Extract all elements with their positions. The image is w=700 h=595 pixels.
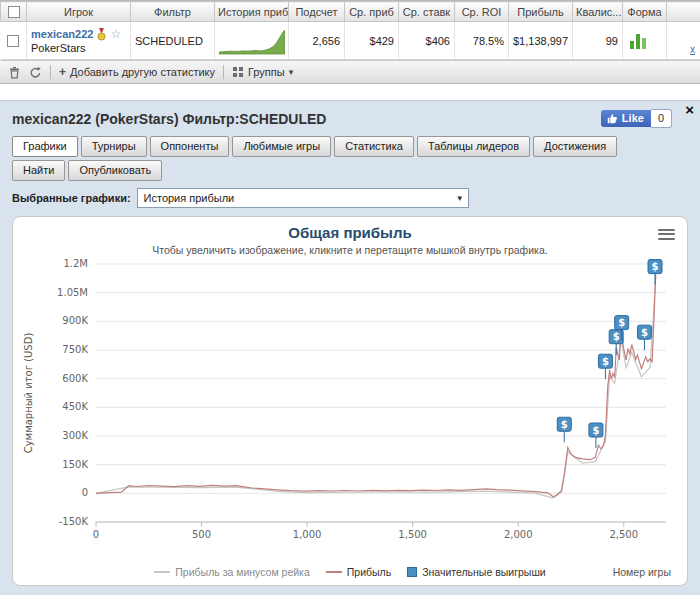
add-statistic-label: Добавить другую статистику bbox=[70, 66, 215, 78]
col-header-avg-stake[interactable]: Ср. ставк bbox=[399, 2, 455, 22]
sparkline-chart bbox=[219, 27, 285, 55]
tab-bar: Графики Турниры Оппоненты Любимые игры С… bbox=[12, 136, 652, 181]
spacer-cell: х bbox=[667, 22, 700, 60]
profit-chart: Общая прибыль Чтобы увеличить изображени… bbox=[12, 216, 688, 586]
facebook-like[interactable]: Like 0 bbox=[601, 109, 672, 128]
svg-text:1,000: 1,000 bbox=[293, 529, 322, 540]
trash-button[interactable] bbox=[8, 66, 21, 79]
tab-graphs[interactable]: Графики bbox=[12, 136, 78, 157]
thumb-up-icon bbox=[607, 113, 618, 124]
form-bars-icon bbox=[627, 31, 649, 51]
table-row: mexican222 ☆ PokerStars SCHEDULED bbox=[1, 22, 700, 60]
legend-item-profit[interactable]: Прибыль bbox=[326, 566, 391, 578]
col-header-count[interactable]: Подсчет bbox=[289, 2, 345, 22]
qualifies-cell: 99 bbox=[573, 22, 623, 60]
remove-row-link[interactable]: х bbox=[690, 44, 695, 55]
col-header-player[interactable]: Игрок bbox=[27, 2, 131, 22]
svg-text:$: $ bbox=[592, 425, 599, 436]
close-icon[interactable]: × bbox=[685, 103, 694, 117]
chart-menu-icon[interactable] bbox=[658, 226, 675, 242]
select-arrow-icon: ▼ bbox=[452, 194, 468, 203]
svg-text:150K: 150K bbox=[62, 459, 88, 470]
legend-swatch-profit bbox=[326, 571, 342, 573]
refresh-icon bbox=[29, 66, 42, 79]
col-header-avg-profit[interactable]: Ср. приб bbox=[345, 2, 399, 22]
svg-text:2,500: 2,500 bbox=[609, 529, 638, 540]
svg-text:$: $ bbox=[613, 331, 620, 342]
filter-cell: SCHEDULED bbox=[131, 22, 215, 60]
selected-graphs-label: Выбранные графики: bbox=[12, 192, 131, 204]
chart-subtitle: Чтобы увеличить изображение, кликните и … bbox=[13, 244, 687, 256]
svg-text:900K: 900K bbox=[62, 315, 88, 326]
chart-title: Общая прибыль bbox=[13, 224, 687, 241]
page-title: mexican222 (PokerStars) Фильтр:SCHEDULED bbox=[12, 109, 326, 127]
svg-text:750K: 750K bbox=[62, 344, 88, 355]
player-cell: mexican222 ☆ PokerStars bbox=[27, 22, 131, 60]
table-header-row: Игрок Фильтр История приб... Подсчет Ср.… bbox=[1, 2, 700, 22]
like-label: Like bbox=[622, 112, 644, 124]
toolbar-separator bbox=[223, 65, 224, 79]
add-statistic-button[interactable]: + Добавить другую статистику bbox=[59, 66, 215, 78]
tab-achievements[interactable]: Достижения bbox=[533, 136, 617, 157]
col-header-spacer bbox=[667, 2, 700, 22]
legend-swatch-rake bbox=[154, 571, 170, 573]
table-toolbar: + Добавить другую статистику Группы ▾ bbox=[0, 60, 700, 84]
count-cell: 2,656 bbox=[289, 22, 345, 60]
svg-text:600K: 600K bbox=[62, 373, 88, 384]
tab-favorite-games[interactable]: Любимые игры bbox=[232, 136, 331, 157]
player-panel: × mexican222 (PokerStars) Фильтр:SCHEDUL… bbox=[0, 100, 700, 595]
svg-text:0: 0 bbox=[82, 487, 88, 498]
tab-statistics[interactable]: Статистика bbox=[334, 136, 414, 157]
legend-swatch-big-wins bbox=[407, 567, 417, 577]
tab-opponents[interactable]: Оппоненты bbox=[150, 136, 230, 157]
site-name: PokerStars bbox=[31, 42, 126, 54]
tab-tournaments[interactable]: Турниры bbox=[81, 136, 147, 157]
chevron-down-icon: ▾ bbox=[289, 67, 294, 77]
svg-text:1.05M: 1.05M bbox=[57, 287, 88, 298]
svg-text:1.2M: 1.2M bbox=[63, 258, 88, 269]
svg-text:Суммарный итог (USD): Суммарный итог (USD) bbox=[23, 333, 34, 454]
svg-text:$: $ bbox=[641, 327, 648, 338]
tab-publish[interactable]: Опубликовать bbox=[68, 160, 162, 181]
legend-item-big-wins[interactable]: Значительные выигрыши bbox=[407, 566, 545, 578]
player-link[interactable]: mexican222 bbox=[31, 28, 93, 40]
toolbar-separator bbox=[50, 65, 51, 79]
svg-text:$: $ bbox=[652, 261, 659, 272]
like-count: 0 bbox=[651, 109, 672, 128]
groups-label: Группы bbox=[248, 66, 285, 78]
avg-profit-cell: $429 bbox=[345, 22, 399, 60]
form-cell bbox=[623, 22, 667, 60]
x-axis-title: Номер игры bbox=[613, 566, 671, 578]
avg-roi-cell: 78.5% bbox=[455, 22, 509, 60]
col-header-form[interactable]: Форма bbox=[623, 2, 667, 22]
svg-text:300K: 300K bbox=[62, 430, 88, 441]
svg-text:1,500: 1,500 bbox=[398, 529, 427, 540]
stats-table: Игрок Фильтр История приб... Подсчет Ср.… bbox=[0, 0, 700, 84]
svg-text:-150K: -150K bbox=[59, 516, 89, 527]
col-header-avg-roi[interactable]: Ср. ROI bbox=[455, 2, 509, 22]
col-header-qualifies[interactable]: Квалис... bbox=[573, 2, 623, 22]
star-icon[interactable]: ☆ bbox=[110, 29, 121, 39]
graph-select[interactable]: История прибыли ▼ bbox=[137, 188, 469, 208]
col-header-filter[interactable]: Фильтр bbox=[131, 2, 215, 22]
svg-text:2,000: 2,000 bbox=[504, 529, 533, 540]
chart-plot-area[interactable]: 1.2M1.05M900K750K600K450K300K150K0-150K0… bbox=[18, 256, 682, 548]
tab-leaderboards[interactable]: Таблицы лидеров bbox=[417, 136, 530, 157]
groups-button[interactable]: Группы ▾ bbox=[232, 66, 293, 78]
graph-select-value: История прибыли bbox=[138, 192, 452, 204]
svg-text:$: $ bbox=[602, 356, 609, 367]
svg-text:$: $ bbox=[561, 419, 568, 430]
svg-text:450K: 450K bbox=[62, 401, 88, 412]
plus-icon: + bbox=[59, 67, 66, 77]
col-header-profit-history[interactable]: История приб... bbox=[215, 2, 289, 22]
refresh-button[interactable] bbox=[29, 66, 42, 79]
legend-item-rake[interactable]: Прибыль за минусом рейка bbox=[154, 566, 309, 578]
trash-icon bbox=[8, 66, 21, 79]
row-checkbox[interactable] bbox=[7, 35, 19, 47]
col-header-profit[interactable]: Прибыль bbox=[509, 2, 573, 22]
select-all-checkbox[interactable] bbox=[8, 6, 20, 18]
avg-stake-cell: $406 bbox=[399, 22, 455, 60]
profit-history-sparkline bbox=[215, 22, 289, 60]
groups-grid-icon bbox=[232, 66, 244, 78]
tab-find[interactable]: Найти bbox=[12, 160, 65, 181]
